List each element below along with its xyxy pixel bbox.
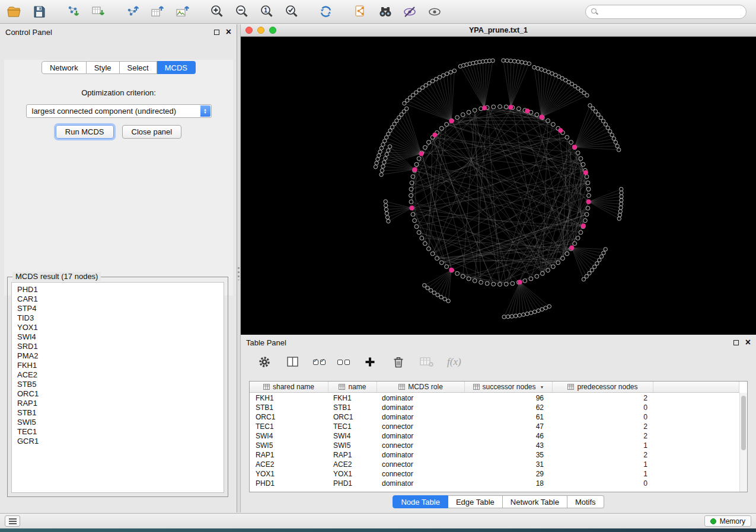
table-scrollbar[interactable] xyxy=(739,393,747,492)
mcds-result-item[interactable]: FKH1 xyxy=(17,361,224,370)
table-row[interactable]: PHD1PHD1dominator180 xyxy=(250,479,739,488)
status-bar: Memory xyxy=(0,513,756,528)
table-export-icon[interactable] xyxy=(149,4,166,20)
network-canvas[interactable] xyxy=(241,37,756,335)
tab-edge-table[interactable]: Edge Table xyxy=(448,495,503,508)
refresh-icon[interactable] xyxy=(318,4,334,20)
zoom-in-icon[interactable] xyxy=(209,4,225,20)
column-label: MCDS role xyxy=(408,383,443,391)
tab-network-table[interactable]: Network Table xyxy=(503,495,567,508)
table-row[interactable]: ACE2ACE2connector311 xyxy=(250,460,739,469)
column-header-predecessor-nodes[interactable]: predecessor nodes xyxy=(553,382,653,392)
table-row[interactable]: SWI5SWI5connector431 xyxy=(250,441,739,450)
float-table-panel-icon[interactable] xyxy=(733,340,739,345)
mcds-result-item[interactable]: SWI4 xyxy=(17,332,224,342)
close-panel-icon[interactable]: × xyxy=(226,28,231,36)
document-share-icon[interactable] xyxy=(352,4,369,20)
table-row[interactable]: RAP1RAP1dominator352 xyxy=(250,450,739,460)
cell-mcds-role: dominator xyxy=(377,403,465,412)
tab-select[interactable]: Select xyxy=(120,61,157,74)
cell-predecessor-nodes: 2 xyxy=(553,422,653,431)
sort-caret-icon[interactable]: ▼ xyxy=(540,385,544,389)
column-header-successor-nodes[interactable]: successor nodes▼ xyxy=(465,382,553,392)
cell-name: RAP1 xyxy=(328,451,377,459)
mcds-result-item[interactable]: TEC1 xyxy=(17,427,224,437)
delete-table-icon xyxy=(419,354,435,370)
mcds-result-item[interactable]: TID3 xyxy=(17,313,224,323)
run-mcds-button[interactable]: Run MCDS xyxy=(56,125,114,139)
network-import-icon[interactable] xyxy=(65,4,82,20)
zoom-reset-icon[interactable]: 1 xyxy=(259,4,275,20)
cell-shared-name: FKH1 xyxy=(250,394,328,402)
search-field[interactable] xyxy=(585,5,747,19)
mcds-result-item[interactable]: SRD1 xyxy=(17,342,224,351)
table-row[interactable]: SWI4SWI4dominator462 xyxy=(250,431,739,441)
network-window-titlebar[interactable]: YPA_prune.txt_1 xyxy=(241,24,756,37)
table-grid-icon xyxy=(473,384,480,390)
memory-status-icon xyxy=(710,518,716,524)
zoom-fit-selected-icon[interactable] xyxy=(283,4,300,20)
table-import-icon[interactable] xyxy=(90,4,107,20)
trash-icon[interactable] xyxy=(390,354,407,370)
table-row[interactable]: ORC1ORC1dominator610 xyxy=(250,412,739,422)
show-columns-icon[interactable] xyxy=(285,354,301,370)
folder-icon[interactable] xyxy=(6,4,23,20)
mcds-result-item[interactable]: STB1 xyxy=(17,408,224,418)
column-header-mcds-role[interactable]: MCDS role xyxy=(377,382,465,392)
cell-predecessor-nodes: 2 xyxy=(553,432,653,440)
tab-mcds[interactable]: MCDS xyxy=(157,61,196,74)
add-column-icon[interactable] xyxy=(362,354,378,370)
cell-successor-nodes: 47 xyxy=(465,422,553,431)
table-row[interactable]: TEC1TEC1connector472 xyxy=(250,422,739,431)
image-export-icon[interactable] xyxy=(174,4,191,20)
network-graph[interactable] xyxy=(241,37,756,335)
mcds-result-item[interactable]: RAP1 xyxy=(17,399,224,408)
tab-motifs[interactable]: Motifs xyxy=(567,495,604,508)
status-menu-button[interactable] xyxy=(5,515,20,527)
mcds-result-list[interactable]: PHD1CAR1STP4TID3YOX1SWI4SRD1PMA2FKH1ACE2… xyxy=(11,282,224,493)
tab-network[interactable]: Network xyxy=(42,61,87,74)
deselect-all-icon[interactable] xyxy=(337,360,350,365)
gear-icon[interactable] xyxy=(256,354,273,370)
optimization-criterion-select[interactable]: largest connected component (undirected)… xyxy=(26,104,212,118)
table-row[interactable]: YOX1YOX1connector291 xyxy=(250,469,739,479)
mcds-result-item[interactable]: CAR1 xyxy=(17,294,224,304)
mcds-result-item[interactable]: STB5 xyxy=(17,380,224,389)
scrollbar-thumb[interactable] xyxy=(741,396,746,450)
mcds-result-item[interactable]: GCR1 xyxy=(17,437,224,446)
mcds-result-item[interactable]: YOX1 xyxy=(17,323,224,332)
mcds-result-item[interactable]: ORC1 xyxy=(17,389,224,399)
network-export-icon[interactable] xyxy=(125,4,141,20)
cell-shared-name: SWI5 xyxy=(250,441,328,450)
tab-node-table[interactable]: Node Table xyxy=(393,495,448,508)
cell-successor-nodes: 18 xyxy=(465,479,553,488)
mcds-result-groupbox: MCDS result (17 nodes) PHD1CAR1STP4TID3Y… xyxy=(7,277,228,497)
tab-style[interactable]: Style xyxy=(87,61,120,74)
table-row[interactable]: STB1STB1dominator620 xyxy=(250,403,739,412)
column-header-name[interactable]: name xyxy=(328,382,377,392)
mcds-result-item[interactable]: ACE2 xyxy=(17,370,224,380)
mcds-result-item[interactable]: PHD1 xyxy=(17,285,224,294)
search-input[interactable] xyxy=(602,7,741,17)
select-stepper-icon[interactable]: ▲▼ xyxy=(200,105,210,117)
close-panel-button[interactable]: Close panel xyxy=(122,125,182,139)
mcds-result-item[interactable]: STP4 xyxy=(17,304,224,313)
binoculars-icon[interactable] xyxy=(377,4,394,20)
column-header-shared-name[interactable]: shared name xyxy=(250,382,328,392)
cell-mcds-role: dominator xyxy=(377,451,465,459)
float-panel-icon[interactable] xyxy=(214,30,219,35)
eye-icon[interactable] xyxy=(427,4,444,20)
eye-crossed-icon[interactable] xyxy=(402,4,419,20)
select-all-icon[interactable] xyxy=(313,360,326,365)
floppy-disk-icon[interactable] xyxy=(31,4,47,20)
memory-button[interactable]: Memory xyxy=(704,515,751,527)
cell-successor-nodes: 96 xyxy=(465,394,553,402)
mcds-result-item[interactable]: PMA2 xyxy=(17,351,224,361)
cell-name: FKH1 xyxy=(328,394,377,402)
zoom-out-icon[interactable] xyxy=(234,4,250,20)
network-window-title: YPA_prune.txt_1 xyxy=(241,26,756,34)
mcds-result-item[interactable]: SWI5 xyxy=(17,418,224,427)
cell-predecessor-nodes: 1 xyxy=(553,460,653,469)
close-table-panel-icon[interactable]: × xyxy=(745,339,751,346)
table-row[interactable]: FKH1FKH1dominator962 xyxy=(250,393,739,403)
